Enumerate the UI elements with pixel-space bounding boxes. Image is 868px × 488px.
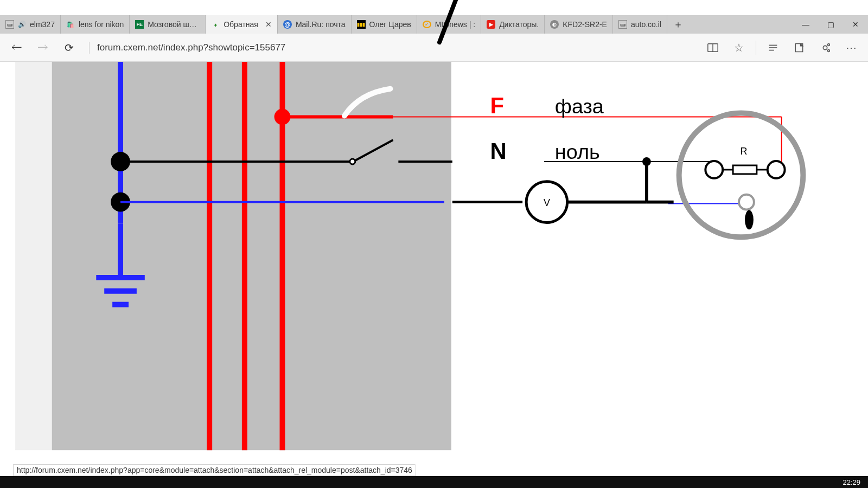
url-text: forum.cxem.net/index.php?showtopic=15567… xyxy=(97,42,285,53)
back-button[interactable]: 🡐 xyxy=(5,36,28,59)
svg-rect-9 xyxy=(15,62,52,450)
tab-4[interactable]: @ Mail.Ru: почта xyxy=(278,15,352,34)
svg-point-39 xyxy=(705,161,723,178)
tab-label: Олег Царев xyxy=(369,20,411,29)
tab-1[interactable]: 🛍️ lens for nikon xyxy=(61,15,130,34)
tab-2[interactable]: FE Мозговой штурм xyxy=(130,15,206,34)
tab-label: Обратная xyxy=(224,20,258,29)
tab-favicon: ⬧ xyxy=(211,20,220,29)
taskbar[interactable]: 22:29 xyxy=(0,476,868,488)
svg-point-36 xyxy=(642,157,651,166)
tab-label: KFD2-SR2-E xyxy=(563,20,607,29)
close-tab-icon[interactable]: ✕ xyxy=(265,20,272,29)
forum-image[interactable]: V R F xyxy=(13,62,855,472)
tab-favicon: @ xyxy=(283,20,292,29)
resistor-label: R xyxy=(741,146,748,157)
tab-favicon: FE xyxy=(135,20,144,29)
url-box[interactable]: forum.cxem.net/index.php?showtopic=15567… xyxy=(89,42,285,54)
close-button[interactable]: ✕ xyxy=(843,15,868,34)
tab-label: MIGnews | : xyxy=(435,20,475,29)
more-icon[interactable]: ⋯ xyxy=(840,36,863,59)
svg-point-38 xyxy=(679,113,803,237)
notes-icon[interactable] xyxy=(788,36,810,59)
tab-label: elm327 xyxy=(30,20,55,29)
tab-label: Диктаторы. xyxy=(499,20,539,29)
share-icon[interactable] xyxy=(814,36,837,59)
minimize-button[interactable]: — xyxy=(793,15,818,34)
tab-9[interactable]: ▭ auto.co.il xyxy=(613,15,667,34)
window-controls: — ▢ ✕ xyxy=(793,15,868,34)
svg-point-26 xyxy=(350,159,355,164)
tab-label: Мозговой штурм xyxy=(148,20,200,29)
refresh-button[interactable]: ⟳ xyxy=(58,36,80,59)
svg-rect-43 xyxy=(733,165,757,174)
tab-0[interactable]: ▭ 🔊 elm327 xyxy=(0,15,61,34)
tab-favicon: ✓ xyxy=(423,21,431,28)
voltmeter-label: V xyxy=(544,197,550,208)
tab-favicon: 🛍️ xyxy=(66,20,75,29)
maximize-button[interactable]: ▢ xyxy=(818,15,843,34)
neutral-label: ноль xyxy=(555,140,600,163)
svg-point-40 xyxy=(768,161,785,178)
taskbar-clock: 22:29 xyxy=(843,478,860,486)
svg-point-6 xyxy=(823,46,827,49)
status-bar-url: http://forum.cxem.net/index.php?app=core… xyxy=(13,464,416,476)
tab-strip: ▭ 🔊 elm327 🛍️ lens for nikon FE Мозговой… xyxy=(0,15,868,34)
tab-3[interactable]: ⬧ Обратная ✕ xyxy=(206,15,278,34)
tab-label: Mail.Ru: почта xyxy=(296,20,346,29)
tab-label: lens for nikon xyxy=(79,20,124,29)
tab-favicon: ▭ xyxy=(5,20,14,29)
address-bar: 🡐 🡒 ⟳ forum.cxem.net/index.php?showtopic… xyxy=(0,34,868,62)
tab-8[interactable]: ◐ KFD2-SR2-E xyxy=(545,15,613,34)
new-tab-button[interactable]: ＋ xyxy=(667,15,689,34)
svg-point-45 xyxy=(745,210,754,230)
svg-point-7 xyxy=(828,43,830,46)
tab-label: auto.co.il xyxy=(631,20,661,29)
svg-point-8 xyxy=(828,49,830,52)
speaker-icon: 🔊 xyxy=(18,21,26,28)
phase-letter: F xyxy=(490,93,504,118)
tab-6[interactable]: ✓ MIGnews | : xyxy=(417,15,481,34)
separator xyxy=(756,41,756,55)
tab-favicon: ▮▮▮ xyxy=(357,20,366,29)
tab-5[interactable]: ▮▮▮ Олег Царев xyxy=(352,15,417,34)
neutral-letter: N xyxy=(490,138,506,164)
reading-view-icon[interactable] xyxy=(701,36,724,59)
tab-favicon: ◐ xyxy=(550,20,559,29)
phase-label: фаза xyxy=(555,95,604,118)
tab-favicon: ▭ xyxy=(618,20,627,29)
forward-button[interactable]: 🡒 xyxy=(31,36,54,59)
svg-rect-10 xyxy=(52,62,451,450)
separator xyxy=(89,42,90,54)
svg-point-41 xyxy=(739,195,754,210)
favorite-icon[interactable]: ☆ xyxy=(727,36,750,59)
page-content: V R F xyxy=(13,62,855,472)
tab-favicon: ▶ xyxy=(487,20,495,29)
tab-7[interactable]: ▶ Диктаторы. xyxy=(481,15,545,34)
hub-icon[interactable] xyxy=(762,36,784,59)
